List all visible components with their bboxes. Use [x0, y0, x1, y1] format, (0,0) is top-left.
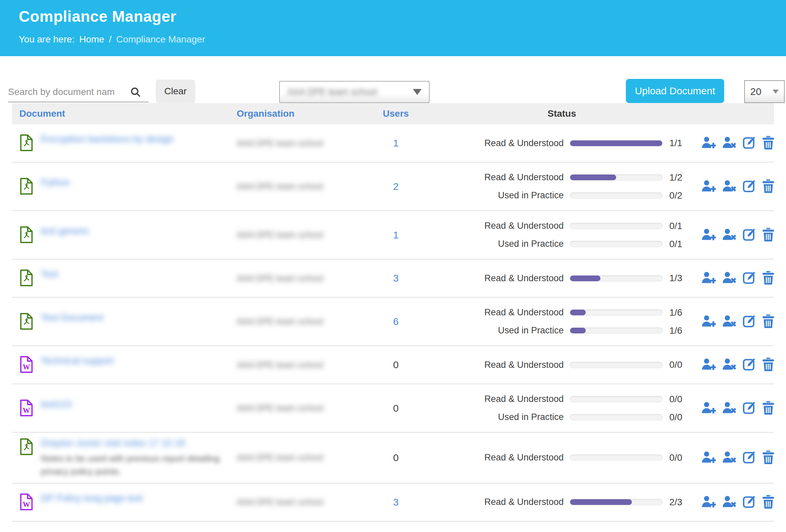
users-count[interactable]: 1 — [393, 229, 399, 240]
page-size-select[interactable]: 20 — [744, 80, 785, 103]
document-name-link[interactable]: DP Policy long page test — [41, 492, 143, 504]
edit-icon[interactable] — [742, 179, 756, 194]
table-row-7: Drayton Junior visit notes 17 10 18 Note… — [12, 433, 774, 484]
organisation-cell: AAA DPE team school — [237, 138, 369, 148]
status-label: Read & Understood — [422, 273, 570, 283]
users-count[interactable]: 6 — [393, 316, 399, 327]
remove-user-icon[interactable] — [722, 358, 737, 372]
edit-icon[interactable] — [742, 401, 756, 416]
remove-user-icon[interactable] — [722, 136, 737, 150]
remove-user-icon[interactable] — [722, 451, 737, 465]
column-header-document[interactable]: Document — [12, 108, 237, 119]
remove-user-icon[interactable] — [722, 495, 737, 509]
users-cell: 0 — [369, 402, 422, 414]
status-line: Read & Understood0/0 — [422, 453, 701, 463]
status-label: Read & Understood — [422, 307, 570, 318]
edit-icon[interactable] — [742, 314, 756, 329]
delete-icon[interactable] — [762, 179, 775, 194]
progress-bar-fill — [570, 276, 600, 281]
status-line: Read & Understood1/1 — [422, 138, 701, 148]
add-user-icon[interactable] — [701, 451, 716, 465]
breadcrumb-home-link[interactable]: Home — [79, 34, 104, 45]
organisation-cell: AAA DPE team school — [237, 360, 369, 370]
clear-button[interactable]: Clear — [156, 79, 195, 103]
status-line: Read & Understood0/0 — [422, 360, 701, 370]
add-user-icon[interactable] — [701, 401, 716, 415]
document-cell: Test Document — [12, 312, 237, 331]
status-line: Read & Understood1/6 — [422, 307, 701, 318]
column-header-users[interactable]: Users — [369, 108, 422, 119]
status-label: Used in Practice — [422, 412, 570, 422]
status-line: Read & Understood2/3 — [422, 497, 701, 508]
actions-cell — [701, 494, 774, 510]
users-cell: 3 — [369, 496, 422, 508]
upload-document-button[interactable]: Upload Document — [626, 79, 724, 103]
status-count: 0/0 — [669, 394, 683, 404]
add-user-icon[interactable] — [701, 315, 716, 329]
document-name-link[interactable]: Encryption backdoors by design — [41, 133, 174, 145]
delete-icon[interactable] — [762, 494, 775, 510]
document-name-link[interactable]: test generic — [41, 225, 89, 237]
status-cell: Read & Understood0/0Used in Practice0/0 — [422, 394, 701, 423]
add-user-icon[interactable] — [701, 228, 716, 242]
add-user-icon[interactable] — [701, 358, 716, 372]
document-name-link[interactable]: test123 — [41, 399, 72, 410]
breadcrumb-separator: / — [109, 34, 112, 45]
users-cell: 2 — [369, 181, 422, 192]
search-input[interactable] — [8, 87, 129, 97]
users-count[interactable]: 1 — [393, 137, 399, 148]
progress-bar-track — [570, 396, 663, 402]
progress-bar-track — [570, 327, 663, 334]
delete-icon[interactable] — [762, 314, 775, 329]
delete-icon[interactable] — [762, 450, 775, 465]
table-header-row: Document Organisation Users Status — [12, 103, 774, 124]
delete-icon[interactable] — [762, 400, 775, 416]
progress-bar-track — [570, 241, 663, 247]
table-row-0: Encryption backdoors by design AAA DPE t… — [12, 124, 774, 163]
delete-icon[interactable] — [762, 227, 775, 243]
document-name-link[interactable]: Drayton Junior visit notes 17 10 18 — [41, 437, 228, 449]
status-cell: Read & Understood2/3 — [422, 497, 701, 508]
edit-icon[interactable] — [742, 357, 756, 372]
add-user-icon[interactable] — [701, 180, 716, 193]
chevron-down-icon — [413, 89, 422, 95]
delete-icon[interactable] — [762, 271, 775, 286]
users-cell: 3 — [369, 273, 422, 284]
status-line: Read & Understood1/2 — [422, 172, 701, 183]
organisation-filter-select[interactable]: AAA DPE team school — [279, 81, 430, 103]
edit-icon[interactable] — [742, 228, 756, 242]
document-name-link[interactable]: Test — [41, 269, 58, 280]
users-count[interactable]: 3 — [393, 496, 399, 508]
document-cell: test generic — [12, 225, 237, 245]
remove-user-icon[interactable] — [722, 180, 737, 193]
add-user-icon[interactable] — [701, 271, 716, 285]
document-name-link[interactable]: Technical support — [41, 355, 114, 367]
breadcrumb: You are here: Home / Compliance Manager — [19, 34, 786, 45]
edit-icon[interactable] — [742, 271, 756, 285]
pdf-file-icon — [19, 438, 33, 457]
edit-icon[interactable] — [742, 450, 756, 465]
document-name-link[interactable]: Python — [41, 177, 70, 188]
delete-icon[interactable] — [762, 357, 775, 372]
document-name-link[interactable]: Test Document — [41, 312, 103, 323]
edit-icon[interactable] — [742, 136, 756, 151]
organisation-cell: AAA DPE team school — [237, 403, 369, 413]
column-header-organisation[interactable]: Organisation — [237, 108, 369, 119]
delete-icon[interactable] — [762, 135, 775, 151]
add-user-icon[interactable] — [701, 495, 716, 509]
status-line: Used in Practice0/0 — [422, 412, 701, 423]
remove-user-icon[interactable] — [722, 315, 737, 329]
remove-user-icon[interactable] — [722, 271, 737, 285]
actions-cell — [701, 357, 774, 372]
add-user-icon[interactable] — [701, 136, 716, 150]
actions-cell — [701, 135, 774, 151]
remove-user-icon[interactable] — [722, 401, 737, 415]
edit-icon[interactable] — [742, 495, 756, 510]
progress-bar-track — [570, 174, 663, 181]
search-icon[interactable] — [130, 86, 141, 98]
users-count[interactable]: 2 — [393, 181, 399, 192]
users-count[interactable]: 3 — [393, 273, 399, 283]
pdf-file-icon — [19, 178, 33, 196]
status-count: 0/0 — [669, 412, 683, 423]
remove-user-icon[interactable] — [722, 228, 737, 242]
